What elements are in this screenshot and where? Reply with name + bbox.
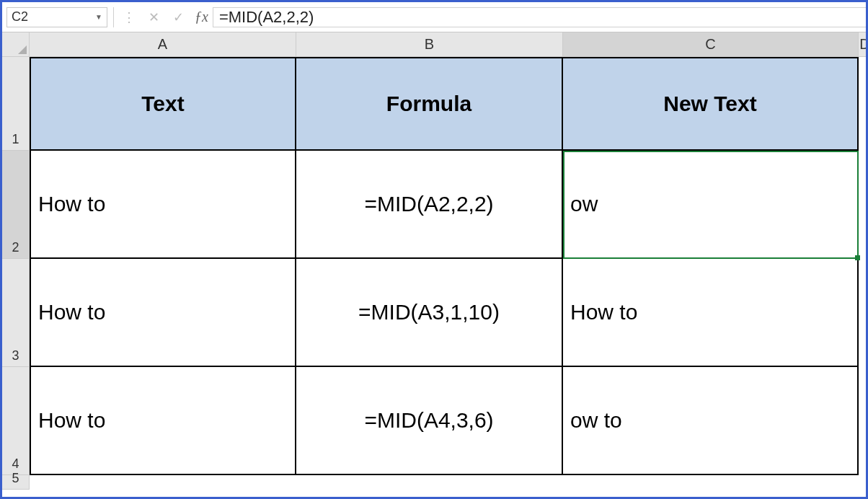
cell-C1[interactable]: New Text — [563, 57, 859, 151]
formula-input[interactable]: =MID(A2,2,2) — [213, 7, 866, 27]
cell-B3[interactable]: =MID(A3,1,10) — [296, 259, 563, 367]
cell-B1[interactable]: Formula — [296, 57, 563, 151]
cells-area: Text Formula New Text How to =MID(A2,2,2… — [30, 57, 868, 497]
fx-icon[interactable]: ƒx — [190, 9, 213, 25]
name-box-dropdown-icon[interactable]: ▼ — [95, 13, 102, 21]
cell-A1[interactable]: Text — [30, 57, 296, 151]
cell-A3[interactable]: How to — [30, 259, 296, 367]
cell-C3[interactable]: How to — [563, 259, 859, 367]
row-header-2[interactable]: 2 — [2, 151, 30, 259]
name-box-value: C2 — [12, 9, 28, 25]
cell-C2[interactable]: ow — [563, 151, 859, 259]
separator — [113, 7, 114, 27]
formula-bar: C2 ▼ ⋮ ✕ ✓ ƒx =MID(A2,2,2) — [2, 2, 866, 32]
select-all-corner[interactable] — [2, 32, 30, 57]
col-header-D[interactable]: D — [859, 32, 868, 57]
confirm-icon[interactable]: ✓ — [166, 7, 190, 27]
formula-input-text: =MID(A2,2,2) — [219, 8, 314, 27]
row-header-3[interactable]: 3 — [2, 259, 30, 367]
col-header-A[interactable]: A — [30, 32, 296, 57]
name-box[interactable]: C2 ▼ — [6, 7, 107, 27]
row-header-1[interactable]: 1 — [2, 57, 30, 151]
col-header-C[interactable]: C — [563, 32, 859, 57]
dots-icon: ⋮ — [117, 7, 141, 27]
cell-B2[interactable]: =MID(A2,2,2) — [296, 151, 563, 259]
column-headers: A B C D — [30, 32, 868, 57]
cancel-icon[interactable]: ✕ — [141, 7, 166, 27]
cell-A4[interactable]: How to — [30, 367, 296, 475]
row-headers: 1 2 3 4 5 — [2, 57, 30, 490]
row-header-5[interactable]: 5 — [2, 475, 30, 490]
cell-C4[interactable]: ow to — [563, 367, 859, 475]
cell-A2[interactable]: How to — [30, 151, 296, 259]
col-header-B[interactable]: B — [296, 32, 563, 57]
spreadsheet-grid: 1 2 3 4 5 A B C D Text Formula New Text … — [2, 32, 866, 497]
row-header-4[interactable]: 4 — [2, 367, 30, 475]
cell-B4[interactable]: =MID(A4,3,6) — [296, 367, 563, 475]
